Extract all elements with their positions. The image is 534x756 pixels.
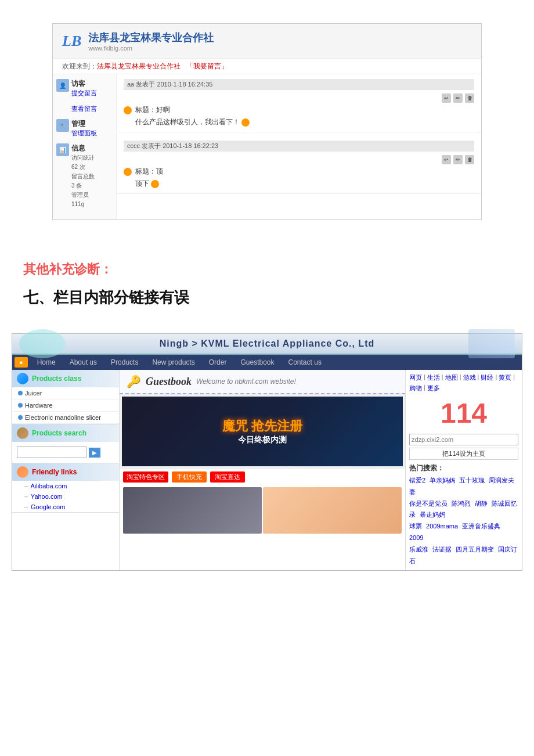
nav-yellowpages[interactable]: 黄页 — [499, 373, 511, 382]
friendly-links-label: Friendly links — [32, 468, 77, 476]
br-hotlinks: 错爱2 单亲妈妈 五十玫瑰 周润发夫妻 你是不是党员 陈鸿烈 胡静 陈诚回忆录 … — [409, 475, 518, 567]
visitor-title: 访客 — [71, 79, 97, 89]
entry-actions-2: ↩ ✏ 🗑 — [124, 155, 474, 164]
guestbook-main-title: Guestbook — [146, 376, 192, 388]
hot-link-0[interactable]: 错爱2 — [409, 477, 425, 484]
entry-header-2: cccc 发表于 2010-1-18 16:22:23 — [124, 141, 474, 152]
bottom-header-title: Ningb > KVML Electrical Appliance Co., L… — [160, 339, 375, 349]
nav-order[interactable]: Order — [202, 355, 234, 370]
product-hardware[interactable]: Hardware — [12, 399, 119, 412]
delete-icon[interactable]: 🗑 — [465, 93, 474, 103]
bottom-content: Products class Juicer Hardware Electroni… — [12, 370, 522, 570]
hot-link-12[interactable]: 乐威淮 — [409, 546, 428, 553]
nav-map[interactable]: 地图 — [445, 373, 458, 382]
bm-banner: 魔咒 抢先注册 今日终极内测 — [122, 397, 403, 466]
nav-life[interactable]: 生活 — [427, 373, 440, 382]
visitor-section: 👤 访客 提交留言 查看留言 — [56, 79, 113, 113]
hardware-dot — [18, 403, 23, 408]
products-search-section: Products search ▶ — [12, 424, 119, 463]
bottom-nav: ● Home About us Products New products Or… — [12, 355, 522, 370]
product-juicer[interactable]: Juicer — [12, 387, 119, 399]
product-mandoline[interactable]: Electronic mandoline slicer — [12, 412, 119, 424]
entry-title: 标题：好啊 — [124, 105, 474, 115]
hot-link-10[interactable]: 2009mama — [426, 523, 458, 530]
link-google[interactable]: Google.com — [12, 502, 119, 512]
entry-title-2: 标题：顶 — [124, 167, 474, 177]
bottom-right: 网页 | 生活 | 地图 | 游戏 | 财经 | 黄页 | 购物 | 更多 11… — [406, 370, 522, 570]
admin-panel-link[interactable]: 管理面板 — [71, 129, 97, 138]
banner-text: 魔咒 抢先注册 — [222, 417, 302, 435]
products-class-section: Products class Juicer Hardware Electroni… — [12, 370, 119, 424]
entry-content: 什么产品这样吸引人，我出看下！ — [124, 117, 474, 127]
face-icon4 — [151, 180, 159, 188]
reply-icon-2[interactable]: ↩ — [442, 155, 451, 164]
guestbook-entry: aa 发表于 2010-1-18 16:24:35 ↩ ✏ 🗑 标题：好啊 什么… — [117, 74, 481, 132]
diagnostic-title: 其他补充诊断： — [23, 261, 511, 278]
hot-link-9[interactable]: 球票 — [409, 523, 422, 530]
taobao-bar: 淘宝特色专区 手机快充 淘宝直达 — [120, 469, 405, 485]
friendly-links-header: Friendly links — [12, 463, 119, 481]
link-alibaba[interactable]: Ailibaba.com — [12, 481, 119, 491]
nav-more[interactable]: 更多 — [427, 384, 440, 393]
welcome-link[interactable]: 法库县龙宝林果专业合作社 — [97, 62, 181, 70]
hot-link-6[interactable]: 胡静 — [475, 500, 488, 507]
entry-actions: ↩ ✏ 🗑 — [124, 93, 474, 103]
friendly-links-section: Friendly links Ailibaba.com Yahoo.com Go… — [12, 463, 119, 513]
hot-link-4[interactable]: 你是不是党员 — [409, 500, 448, 507]
admin-title: 管理 — [71, 119, 97, 129]
nav-games[interactable]: 游戏 — [463, 373, 476, 382]
diagnostic-section: 其他补充诊断： 七、栏目内部分链接有误 — [0, 243, 534, 327]
guestbook-link[interactable]: 「我要留言」 — [186, 62, 228, 70]
face-icon-3 — [124, 168, 132, 176]
guestbook-icon: 🔑 — [127, 375, 141, 388]
juicer-dot — [18, 391, 23, 395]
br-hotlinks-title: 热门搜索： — [409, 463, 518, 473]
taobao-btn2[interactable]: 淘宝直达 — [210, 471, 245, 483]
stats: 访问统计 62 次 留言总数 3 条 管理员 111g — [71, 153, 95, 209]
hot-link-5[interactable]: 陈鸿烈 — [452, 500, 471, 507]
nav-products[interactable]: Products — [104, 355, 145, 370]
home-dot[interactable]: ● — [15, 357, 28, 368]
hot-link-2[interactable]: 五十玫瑰 — [459, 477, 485, 484]
guestbook-main-subtitle: Welcome to nbkml.com website! — [196, 377, 296, 386]
nav-guestbook[interactable]: Guestbook — [233, 355, 281, 370]
guestbook-entry-2: cccc 发表于 2010-1-18 16:22:23 ↩ ✏ 🗑 标题：顶 顶… — [117, 136, 481, 194]
delete-icon-2[interactable]: 🗑 — [465, 155, 474, 164]
bm-banner-area: 魔咒 抢先注册 今日终极内测 — [120, 394, 405, 469]
info-icon: 📊 — [56, 143, 69, 156]
banner-sub: 今日终极内测 — [222, 435, 302, 445]
submit-comment-link[interactable]: 提交留言 — [71, 89, 97, 98]
hot-link-13[interactable]: 法证据 — [432, 546, 452, 553]
edit-icon[interactable]: ✏ — [453, 93, 463, 103]
site-logo: LB — [62, 33, 81, 50]
taobao-btn1[interactable]: 手机快充 — [172, 471, 207, 483]
hot-link-14[interactable]: 四月五月期变 — [456, 546, 494, 553]
nav-contact[interactable]: Contact us — [282, 355, 329, 370]
edit-icon-2[interactable]: ✏ — [453, 155, 463, 164]
search-input[interactable] — [17, 447, 86, 458]
taobao-label: 淘宝特色专区 — [123, 471, 168, 483]
face-icon — [124, 106, 132, 114]
link-yahoo[interactable]: Yahoo.com — [12, 491, 119, 502]
visitor-icon: 👤 — [56, 79, 69, 92]
nav-new-products[interactable]: New products — [145, 355, 201, 370]
br-114-number: 114 — [409, 397, 518, 429]
bottom-sidebar: Products class Juicer Hardware Electroni… — [12, 370, 120, 570]
reply-icon[interactable]: ↩ — [442, 93, 451, 103]
view-comment-link[interactable]: 查看留言 — [71, 105, 97, 113]
nav-webpage[interactable]: 网页 — [409, 373, 422, 382]
hot-link-1[interactable]: 单亲妈妈 — [430, 477, 455, 484]
products-search-label: Products search — [32, 429, 86, 437]
products-class-icon — [17, 373, 28, 384]
br-nav-links: 网页 | 生活 | 地图 | 游戏 | 财经 | 黄页 | 购物 | 更多 — [409, 373, 518, 393]
bottom-screenshot: Ningb > KVML Electrical Appliance Co., L… — [12, 333, 522, 571]
nav-finance[interactable]: 财经 — [481, 373, 493, 382]
hot-link-8[interactable]: 暴走妈妈 — [420, 511, 445, 518]
br-set-home-button[interactable]: 把114设为主页 — [409, 448, 518, 460]
entry-header: aa 发表于 2010-1-18 16:24:35 — [124, 79, 474, 90]
nav-about[interactable]: About us — [63, 355, 104, 370]
face-icon2 — [241, 118, 250, 127]
search-button[interactable]: ▶ — [89, 448, 100, 458]
nav-shopping[interactable]: 购物 — [409, 384, 422, 393]
br-url-input[interactable] — [409, 434, 518, 445]
